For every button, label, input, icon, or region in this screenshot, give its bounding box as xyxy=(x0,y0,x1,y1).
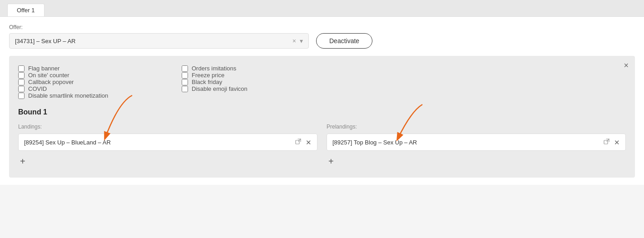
remove-landing-icon-0[interactable]: ✕ xyxy=(306,139,312,146)
prelanding-item-icons-0: ✕ xyxy=(604,139,620,146)
offer-select-row: [34731] – Sex UP – AR × ▾ Deactivate xyxy=(9,33,635,49)
checkbox-covid: COVID xyxy=(18,85,163,92)
landing-item-0: [89254] Sex Up – BlueLand – AR ✕ xyxy=(18,134,317,151)
flag-banner-checkbox[interactable] xyxy=(18,65,25,72)
disable-emoji-favicon-checkbox[interactable] xyxy=(182,86,188,92)
black-friday-checkbox[interactable] xyxy=(182,79,188,85)
checkbox-flag-banner: Flag banner xyxy=(18,65,163,72)
clear-icon[interactable]: × xyxy=(292,37,296,45)
landing-item-icons-0: ✕ xyxy=(295,139,312,146)
offer-tab[interactable]: Offer 1 xyxy=(7,4,45,16)
checkbox-on-site-counter: On site' counter xyxy=(18,72,163,79)
checkboxes-grid: Flag banner On site' counter Callback po… xyxy=(18,65,626,99)
add-prelanding-button[interactable]: + xyxy=(327,154,336,169)
external-link-icon-prelanding-0[interactable] xyxy=(604,139,609,146)
prelandings-column: Prelandings: [89257] Top Blog – Sex Up –… xyxy=(327,124,626,169)
dropdown-icon[interactable]: ▾ xyxy=(300,37,303,45)
black-friday-label: Black friday xyxy=(192,79,222,85)
checkbox-freeze-price: Freeze price xyxy=(182,72,327,79)
deactivate-button[interactable]: Deactivate xyxy=(316,33,372,49)
add-landing-button[interactable]: + xyxy=(18,154,27,169)
arrow-landings xyxy=(91,93,146,143)
page-wrapper: Offer 1 Offer: [34731] – Sex UP – AR × ▾… xyxy=(0,0,644,238)
prelanding-item-0: [89257] Top Blog – Sex Up – AR ✕ xyxy=(327,134,626,151)
remove-prelanding-icon-0[interactable]: ✕ xyxy=(614,139,620,146)
freeze-price-label: Freeze price xyxy=(192,72,224,79)
prelanding-item-text-0: [89257] Top Blog – Sex Up – AR xyxy=(332,139,417,146)
checkbox-disable-emoji-favicon: Disable emoji favicon xyxy=(182,85,327,92)
covid-checkbox[interactable] xyxy=(18,86,25,92)
external-link-icon-0[interactable] xyxy=(295,139,301,146)
main-content: Offer: [34731] – Sex UP – AR × ▾ Deactiv… xyxy=(0,17,644,185)
landings-column: Landings: [89254] Sex Up – BlueLand – AR xyxy=(18,124,317,169)
landing-columns: Landings: [89254] Sex Up – BlueLand – AR xyxy=(18,124,626,169)
callback-popover-checkbox[interactable] xyxy=(18,79,25,85)
checkbox-disable-smartlink: Disable smartlink monetization xyxy=(18,92,163,99)
on-site-counter-label: On site' counter xyxy=(28,72,69,79)
flag-banner-label: Flag banner xyxy=(28,65,59,72)
covid-label: COVID xyxy=(28,85,47,92)
offer-select-dropdown[interactable]: [34731] – Sex UP – AR × ▾ xyxy=(9,33,309,49)
offer-select-controls: × ▾ xyxy=(292,37,303,45)
disable-emoji-favicon-label: Disable emoji favicon xyxy=(192,85,248,92)
gray-panel: × Flag banner On site' counter Callba xyxy=(9,56,635,178)
checkbox-col-1: Flag banner On site' counter Callback po… xyxy=(18,65,163,99)
offer-label: Offer: xyxy=(9,24,635,30)
checkbox-col-2: Orders imitations Freeze price Black fri… xyxy=(182,65,327,99)
disable-smartlink-label: Disable smartlink monetization xyxy=(28,92,108,99)
callback-popover-label: Callback popover xyxy=(28,79,74,85)
tab-bar: Offer 1 xyxy=(0,0,644,17)
prelandings-label: Prelandings: xyxy=(327,124,626,130)
landings-label: Landings: xyxy=(18,124,317,130)
bound-title: Bound 1 xyxy=(18,108,626,116)
freeze-price-checkbox[interactable] xyxy=(182,72,188,79)
on-site-counter-checkbox[interactable] xyxy=(18,72,25,79)
landing-item-text-0: [89254] Sex Up – BlueLand – AR xyxy=(24,139,111,146)
orders-imitations-label: Orders imitations xyxy=(192,65,236,72)
checkbox-callback-popover: Callback popover xyxy=(18,79,163,85)
close-panel-button[interactable]: × xyxy=(624,61,629,69)
offer-select-value: [34731] – Sex UP – AR xyxy=(15,38,75,45)
disable-smartlink-checkbox[interactable] xyxy=(18,93,25,99)
checkbox-orders-imitations: Orders imitations xyxy=(182,65,327,72)
orders-imitations-checkbox[interactable] xyxy=(182,65,188,72)
checkbox-black-friday: Black friday xyxy=(182,79,327,85)
